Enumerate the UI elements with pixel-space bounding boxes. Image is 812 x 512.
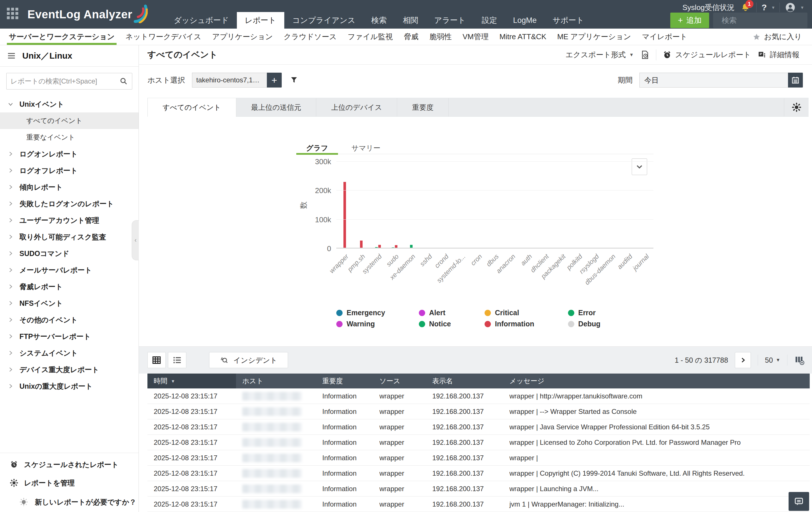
subnav-item-サーバーとワークステーション[interactable]: サーバーとワークステーション (3, 29, 120, 45)
column-header-ホスト[interactable]: ホスト (236, 374, 316, 388)
report-tab-すべてのイベント[interactable]: すべてのイベント (147, 98, 236, 117)
manage-reports-link[interactable]: レポートを管理 (0, 474, 139, 492)
new-report-prompt[interactable]: 新しいレポートが必要ですか？ (0, 492, 139, 512)
notifications-button[interactable]: 1 (740, 2, 751, 13)
table-row[interactable]: 2025-12-08 23:15:17Informationwrapper192… (147, 450, 810, 466)
legend-item-Critical[interactable]: Critical (485, 308, 534, 317)
legend-item-Notice[interactable]: Notice (419, 320, 451, 328)
nav-item-アラート[interactable]: アラート (426, 12, 474, 29)
next-page-button[interactable] (735, 352, 751, 368)
tree-item-Unixイベント[interactable]: Unixイベント (0, 96, 139, 112)
tree-item-脅威レポート[interactable]: 脅威レポート (0, 278, 139, 295)
subnav-item-マイレポート[interactable]: マイレポート (637, 29, 693, 45)
tree-item-Unixの重大度レポート[interactable]: Unixの重大度レポート (0, 378, 139, 395)
report-settings-button[interactable] (784, 98, 809, 116)
tree-item-デバイス重大度レポート[interactable]: デバイス重大度レポート (0, 361, 139, 378)
export-history-icon[interactable] (640, 50, 650, 60)
global-search-box[interactable] (713, 12, 807, 28)
tree-item-失敗したログオンのレポート[interactable]: 失敗したログオンのレポート (0, 195, 139, 212)
tree-item-ユーザーアカウント管理[interactable]: ユーザーアカウント管理 (0, 212, 139, 228)
tree-item-SUDOコマンド[interactable]: SUDOコマンド (0, 245, 139, 262)
add-host-button[interactable]: + (267, 73, 282, 87)
add-button[interactable]: + 追加 (670, 12, 709, 28)
search-icon[interactable] (119, 77, 128, 85)
sidebar-collapse-handle[interactable]: ‹ (132, 220, 139, 260)
legend-item-Emergency[interactable]: Emergency (336, 308, 385, 317)
grid-view-button[interactable] (147, 352, 166, 368)
column-header-時間[interactable]: 時間▼ (147, 374, 236, 388)
list-view-button[interactable] (168, 352, 186, 368)
manage-columns-icon[interactable] (794, 355, 805, 365)
subnav-item-ME アプリケーション[interactable]: ME アプリケーション (552, 29, 637, 45)
nav-item-サポート[interactable]: サポート (545, 12, 592, 29)
subnav-item-Mitre ATT&CK[interactable]: Mitre ATT&CK (494, 29, 552, 45)
column-header-メッセージ[interactable]: メッセージ (503, 374, 810, 388)
subnav-item-ファイル監視[interactable]: ファイル監視 (342, 29, 398, 45)
tree-item-FTPサーバーレポート[interactable]: FTPサーバーレポート (0, 328, 139, 345)
table-row[interactable]: 2025-12-08 23:15:17Informationwrapper192… (147, 466, 810, 481)
subnav-item-ネットワークデバイス[interactable]: ネットワークデバイス (120, 29, 207, 45)
tree-subitem-すべてのイベント[interactable]: すべてのイベント (0, 112, 139, 129)
export-format-dropdown[interactable]: エクスポート形式 ▼ (566, 50, 634, 60)
subnav-item-脅威[interactable]: 脅威 (398, 29, 424, 45)
table-row[interactable]: 2025-12-08 23:15:17Informationwrapper192… (147, 481, 810, 496)
nav-item-検索[interactable]: 検索 (364, 12, 395, 29)
legend-item-Information[interactable]: Information (485, 320, 534, 328)
subnav-item-脆弱性[interactable]: 脆弱性 (424, 29, 457, 45)
bar[interactable] (343, 182, 346, 248)
nav-item-ダッシュボード[interactable]: ダッシュボード (166, 12, 237, 29)
nav-item-LogMe[interactable]: LogMe (505, 12, 545, 29)
user-avatar[interactable] (785, 2, 796, 13)
legend-item-Alert[interactable]: Alert (419, 308, 451, 317)
chat-button[interactable] (789, 492, 809, 511)
legend-item-Error[interactable]: Error (568, 308, 601, 317)
subnav-item-アプリケーション[interactable]: アプリケーション (207, 29, 278, 45)
report-tab-最上位の送信元[interactable]: 最上位の送信元 (236, 98, 317, 116)
chart-view-tab-サマリー[interactable]: サマリー (338, 142, 394, 154)
hamburger-menu-icon[interactable] (7, 51, 16, 60)
table-row[interactable]: 2025-12-08 23:15:17Informationwrapper192… (147, 419, 810, 435)
report-search-input[interactable] (10, 77, 119, 85)
global-search-input[interactable] (722, 16, 812, 25)
tree-item-傾向レポート[interactable]: 傾向レポート (0, 179, 139, 195)
report-tab-上位のデバイス[interactable]: 上位のデバイス (316, 98, 397, 116)
nav-item-相関[interactable]: 相関 (395, 12, 426, 29)
column-header-重要度[interactable]: 重要度 (316, 374, 373, 388)
table-row[interactable]: 2025-12-08 23:15:17Informationwrapper192… (147, 435, 810, 450)
subnav-item-VM管理[interactable]: VM管理 (457, 29, 494, 45)
tree-item-システムイベント[interactable]: システムイベント (0, 345, 139, 361)
table-row[interactable]: 2025-12-08 23:15:17Informationwrapper192… (147, 388, 810, 404)
favorites-button[interactable]: お気に入り (753, 32, 812, 42)
report-tab-重要度[interactable]: 重要度 (397, 98, 448, 116)
column-header-表示名[interactable]: 表示名 (426, 374, 503, 388)
nav-item-コンプライアンス[interactable]: コンプライアンス (284, 12, 364, 29)
host-select-input[interactable] (192, 73, 267, 87)
calendar-button[interactable] (788, 73, 803, 87)
tree-item-その他のイベント[interactable]: その他のイベント (0, 312, 139, 328)
syslog-status-link[interactable]: Syslog受信状況 (683, 3, 734, 12)
tree-subitem-重要なイベント[interactable]: 重要なイベント (0, 129, 139, 145)
nav-item-レポート[interactable]: レポート (237, 12, 284, 29)
legend-item-Debug[interactable]: Debug (568, 320, 601, 328)
period-input[interactable] (639, 73, 788, 87)
tree-item-ログオフレポート[interactable]: ログオフレポート (0, 162, 139, 179)
table-row[interactable]: 2025-12-08 23:15:17Informationwrapper192… (147, 496, 810, 512)
apps-grid-icon[interactable] (7, 8, 20, 21)
bar[interactable] (360, 241, 362, 248)
details-button[interactable]: 詳細情報 (757, 50, 800, 60)
tree-item-ログオンレポート[interactable]: ログオンレポート (0, 145, 139, 162)
page-size-dropdown[interactable]: 50 ▼ (765, 356, 780, 365)
help-button[interactable]: ? (762, 3, 767, 12)
incident-button[interactable]: インシデント (209, 352, 288, 368)
subnav-item-クラウドソース[interactable]: クラウドソース (278, 29, 342, 45)
app-logo[interactable]: EventLog Analyzer (27, 0, 153, 29)
tree-item-NFSイベント[interactable]: NFSイベント (0, 295, 139, 312)
tree-item-取り外し可能ディスク監査[interactable]: 取り外し可能ディスク監査 (0, 228, 139, 245)
filter-funnel-icon[interactable] (290, 76, 298, 84)
table-row[interactable]: 2025-12-08 23:15:17Informationwrapper192… (147, 404, 810, 419)
schedule-report-button[interactable]: スケジュールレポート (663, 50, 751, 60)
column-header-ソース[interactable]: ソース (373, 374, 426, 388)
tree-item-メールサーバレポート[interactable]: メールサーバレポート (0, 262, 139, 278)
report-search-box[interactable] (6, 73, 132, 89)
chart-view-tab-グラフ[interactable]: グラフ (296, 142, 338, 154)
